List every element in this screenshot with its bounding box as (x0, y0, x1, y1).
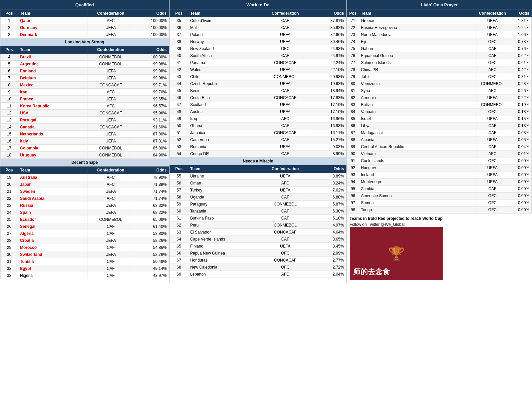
cell-odds: 0.04% (508, 143, 531, 150)
cell-conf: CONMEBOL (87, 152, 134, 159)
cell-odds: 0.62% (508, 52, 531, 59)
cell-pos: 81 (347, 87, 359, 94)
cell-team: Mexico (18, 82, 87, 89)
cell-odds: 65.08% (134, 216, 169, 223)
cell-odds: 0.19% (508, 101, 531, 108)
cell-odds: 1.06% (508, 31, 531, 38)
qualified-table: Pos Team Confederation Odds 1QatarAFC100… (0, 9, 169, 279)
cell-pos: 51 (170, 129, 188, 136)
cell-team: Panama (188, 59, 261, 66)
cell-odds: 78.90% (134, 174, 169, 181)
cell-team: Norway (188, 38, 261, 45)
cell-pos: 75 (347, 45, 359, 52)
cell-pos: 98 (347, 207, 359, 214)
cell-pos: 10 (1, 96, 18, 103)
cell-pos: 85 (347, 115, 359, 122)
cell-conf: OFC (477, 59, 508, 66)
wc-image: 🏆 师的去念食 (350, 227, 443, 280)
cell-conf: OFC (261, 250, 310, 257)
cell-conf: UEFA (87, 68, 134, 75)
cell-pos: 41 (170, 59, 188, 66)
cell-team: Romania (188, 143, 261, 150)
cell-team: Syria (359, 87, 477, 94)
cell-odds: 91.60% (134, 124, 169, 131)
cell-pos: 48 (170, 108, 188, 115)
cell-odds: 0.00% (508, 192, 531, 199)
cell-odds: 71.74% (134, 195, 169, 202)
cell-odds: 16.11% (310, 129, 346, 136)
cell-odds: 16.93% (310, 122, 346, 129)
cell-conf: CONMEBOL (87, 145, 134, 152)
cell-team: Tahiti (359, 73, 477, 80)
cell-conf: OFC (477, 207, 508, 214)
cell-conf: UEFA (477, 94, 508, 101)
cell-odds: 4.97% (310, 222, 346, 229)
notes-area: Teams in Bold Red projected to reach Wor… (347, 214, 532, 283)
cell-pos: 80 (347, 80, 359, 87)
cell-odds: 9.03% (310, 143, 346, 150)
cell-team: Albania (359, 136, 477, 143)
cell-odds: 99.98% (134, 61, 169, 68)
cell-odds: 18.94% (310, 87, 346, 94)
cell-team: China PR (359, 66, 477, 73)
cell-odds: 58.26% (134, 237, 169, 244)
cell-team: Honduras (188, 257, 261, 264)
cell-pos: 14 (1, 124, 18, 131)
cell-team: Tunisia (18, 258, 87, 265)
cell-team: Bolivia (359, 101, 477, 108)
cell-pos: 59 (170, 201, 188, 208)
cell-conf: AFC (477, 150, 508, 157)
cell-pos: 54 (170, 150, 188, 157)
cell-pos: 87 (347, 129, 359, 136)
sub-col-header: Team (18, 46, 87, 54)
sub-header-cell: Needs a Miracle (170, 157, 346, 165)
cell-pos: 26 (1, 223, 18, 230)
cell-conf: OFC (477, 157, 508, 164)
cell-odds: 22.10% (310, 66, 346, 73)
note-twitter: Follow on Twitter @We_Global (350, 222, 529, 227)
cell-pos: 44 (170, 80, 188, 87)
cell-conf: AFC (261, 115, 310, 122)
cell-odds: 96.57% (134, 103, 169, 110)
cell-team: Paraguay (188, 201, 261, 208)
cell-odds: 99.98% (134, 68, 169, 75)
col-pos: Pos (170, 10, 188, 17)
cell-conf: CAF (261, 150, 310, 157)
cell-team: Wales (188, 66, 261, 73)
sub-col-header: Pos (1, 166, 18, 174)
cell-odds: 95.96% (134, 110, 169, 117)
cell-conf: CONCACAF (261, 129, 310, 136)
cell-odds: 0.08% (508, 129, 531, 136)
cell-odds: 61.40% (134, 223, 169, 230)
col-odds: Odds (508, 10, 531, 17)
cell-team: Australia (18, 174, 87, 181)
cell-team: Benin (188, 87, 261, 94)
cell-odds: 0.01% (508, 150, 531, 157)
cell-conf: CONCACAF (87, 110, 134, 117)
cell-pos: 24 (1, 209, 18, 216)
cell-pos: 88 (347, 136, 359, 143)
cell-pos: 67 (170, 257, 188, 264)
cell-team: Austria (188, 108, 261, 115)
sub-header-cell: Looking Very Strong (1, 38, 169, 46)
cell-conf: AFC (477, 87, 508, 94)
cell-team: New Zealand (188, 45, 261, 52)
cell-pos: 89 (347, 143, 359, 150)
cell-team: Scotland (188, 101, 261, 108)
work-to-do-table: Pos Team Confederation Odds 35Côte d'Ivo… (170, 9, 346, 278)
cell-team: Czech Republic (188, 80, 261, 87)
cell-team: Egypt (18, 265, 87, 272)
work-to-do-section: Work to Do Pos Team Confederation Odds 3… (169, 0, 346, 283)
cell-odds: 84.90% (134, 152, 169, 159)
cell-team: Libya (359, 122, 477, 129)
cell-team: Portugal (18, 117, 87, 124)
cell-odds: 0.76% (508, 45, 531, 52)
cell-pos: 65 (170, 243, 188, 250)
cell-conf: OFC (477, 192, 508, 199)
cell-pos: 78 (347, 66, 359, 73)
cell-pos: 73 (347, 31, 359, 38)
cell-team: Algeria (18, 230, 87, 237)
cell-conf: OFC (477, 108, 508, 115)
cell-odds: 99.71% (134, 82, 169, 89)
cell-odds: 8.99% (310, 150, 346, 157)
